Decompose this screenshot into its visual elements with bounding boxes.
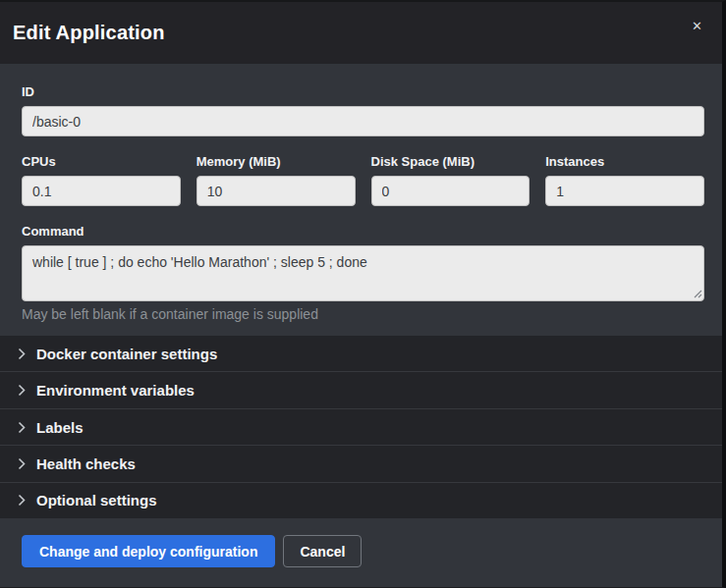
- collapsible-sections: Docker container settings Environment va…: [0, 336, 722, 518]
- section-label: Optional settings: [36, 492, 157, 508]
- section-labels[interactable]: Labels: [0, 409, 722, 446]
- command-label: Command: [22, 224, 704, 239]
- disk-field-group: Disk Space (MiB): [371, 154, 531, 206]
- instances-label: Instances: [545, 154, 704, 169]
- cpus-input[interactable]: [22, 176, 181, 206]
- resources-row: CPUs Memory (MiB) Disk Space (MiB) Insta…: [22, 154, 704, 206]
- disk-space-input[interactable]: [371, 176, 531, 206]
- section-label: Environment variables: [36, 382, 195, 399]
- chevron-right-icon: [18, 384, 26, 397]
- id-field-group: ID: [22, 84, 704, 136]
- section-label: Docker container settings: [36, 346, 217, 362]
- cpus-field-group: CPUs: [22, 154, 181, 206]
- section-environment-variables[interactable]: Environment variables: [0, 372, 722, 408]
- command-field-group: Command while [ true ] ; do echo 'Hello …: [22, 224, 704, 322]
- instances-input[interactable]: [545, 176, 704, 206]
- section-label: Labels: [36, 419, 84, 436]
- edit-application-form: ID CPUs Memory (MiB) Disk Space (MiB) In…: [0, 64, 722, 336]
- command-textarea[interactable]: while [ true ] ; do echo 'Hello Marathon…: [22, 245, 704, 301]
- close-button[interactable]: ✕: [688, 16, 706, 36]
- chevron-right-icon: [18, 421, 26, 434]
- section-optional-settings[interactable]: Optional settings: [0, 483, 722, 518]
- instances-field-group: Instances: [545, 154, 704, 206]
- id-input[interactable]: [22, 106, 704, 136]
- chevron-right-icon: [18, 494, 26, 507]
- memory-input[interactable]: [196, 176, 356, 206]
- cancel-button[interactable]: Cancel: [283, 535, 362, 567]
- chevron-right-icon: [18, 457, 26, 470]
- section-health-checks[interactable]: Health checks: [0, 446, 722, 482]
- command-help-text: May be left blank if a container image i…: [22, 306, 704, 322]
- disk-space-label: Disk Space (MiB): [371, 154, 531, 169]
- page-title: Edit Application: [13, 22, 165, 44]
- modal-footer: Change and deploy configuration Cancel: [0, 518, 722, 587]
- section-docker-container-settings[interactable]: Docker container settings: [0, 336, 722, 372]
- edit-application-modal: Edit Application ✕ ID CPUs Memory (MiB) …: [0, 0, 726, 588]
- resize-handle-icon[interactable]: [694, 290, 702, 298]
- id-label: ID: [22, 84, 704, 99]
- command-textarea-wrap: while [ true ] ; do echo 'Hello Marathon…: [22, 245, 704, 301]
- memory-label: Memory (MiB): [196, 154, 356, 169]
- memory-field-group: Memory (MiB): [196, 154, 356, 206]
- section-label: Health checks: [36, 455, 136, 472]
- modal-header: Edit Application ✕: [0, 2, 722, 64]
- chevron-right-icon: [18, 347, 26, 360]
- cpus-label: CPUs: [22, 154, 181, 169]
- close-icon: ✕: [692, 19, 702, 33]
- change-and-deploy-button[interactable]: Change and deploy configuration: [22, 535, 275, 567]
